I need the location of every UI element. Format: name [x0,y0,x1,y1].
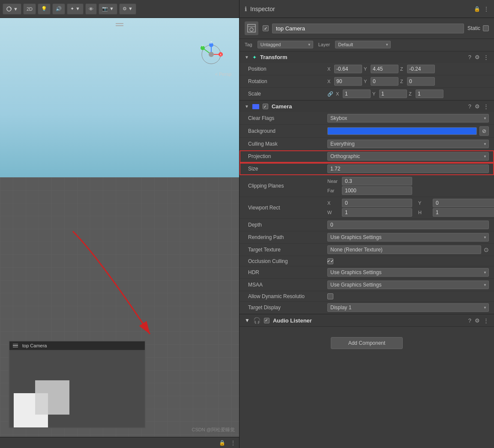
clipping-planes-value: Near Far [327,177,489,195]
msaa-label: MSAA [248,282,327,288]
clear-flags-dropdown[interactable]: Skybox [327,114,489,122]
gizmo-btn[interactable]: ⚙ ▼ [119,3,136,15]
scale-z-input[interactable] [416,90,443,98]
viewport-x-input[interactable] [342,199,412,207]
layer-label: Layer [318,42,330,47]
hdr-dropdown[interactable]: Use Graphics Settings [327,268,489,277]
viewport-w-label: W [327,210,339,215]
transform-settings-icon[interactable]: ⚙ [475,54,480,60]
viewport-y-input[interactable] [433,199,494,207]
lock-icon-scene[interactable]: 🔒 [219,440,225,446]
scene-view[interactable]: Z X Y < Persp [0,18,239,437]
clear-flags-label: Clear Flags [248,115,327,121]
audio-btn[interactable]: 🔊 [52,3,65,15]
camera-title: Camera [272,103,465,110]
menu-icon[interactable]: ⋮ [484,6,489,12]
rotation-y-input[interactable] [371,77,398,86]
camera-btn[interactable]: 📷 ▼ [99,3,117,15]
viewport-x-label: X [327,200,339,206]
transform-header[interactable]: ▼ ✦ Transform ? ⚙ ⋮ [240,51,494,63]
target-display-label: Target Display [248,305,327,311]
static-checkbox[interactable] [483,25,489,31]
viewport-xy-row: X Y [327,199,494,207]
camera-preview-title: top Camera [22,343,47,348]
transform-title: Transform [260,54,465,60]
object-enabled-checkbox[interactable] [263,25,269,31]
viewport-rect-value: X Y W H [327,199,494,217]
rendering-path-row: Rendering Path Use Graphics Settings [240,231,494,244]
position-x-input[interactable] [334,65,362,73]
audio-listener-menu-icon[interactable]: ⋮ [483,317,489,324]
projection-dropdown[interactable]: Orthographic [327,152,489,161]
transform-help-icon[interactable]: ? [468,54,471,60]
rendering-path-dropdown[interactable]: Use Graphics Settings [327,233,489,242]
object-name-input[interactable] [272,24,464,33]
add-component-button[interactable]: Add Component [331,337,403,349]
camera-preview-header: top Camera [9,341,145,350]
scale-xyz: X Y Z [336,90,443,98]
add-component-section: Add Component [240,327,494,359]
viewport-wh-row: W H [327,208,494,217]
culling-mask-label: Culling Mask [248,141,327,147]
position-y-input[interactable] [371,65,398,73]
position-value: X Y Z [327,65,489,73]
layer-dropdown[interactable]: Default [335,41,391,48]
tag-dropdown[interactable]: Untagged [257,41,313,48]
camera-icon [252,104,259,109]
rotation-z-input[interactable] [407,77,435,86]
allow-dynamic-resolution-checkbox[interactable] [327,293,333,299]
scale-lock-icon[interactable]: 🔗 [327,91,333,97]
background-row: Background ⊘ [240,125,494,138]
camera-settings-icon[interactable]: ⚙ [475,103,480,110]
msaa-value: Use Graphics Settings [327,281,489,289]
size-input[interactable] [327,164,489,173]
camera-header[interactable]: ▼ ✓ Camera ? ⚙ ⋮ [240,101,494,112]
hdr-label: HDR [248,269,327,275]
rotate-tool-btn[interactable]: ▼ [3,3,21,15]
scale-y-input[interactable] [379,90,407,98]
viewport-h-input[interactable] [433,208,494,217]
eye-btn[interactable]: 👁 [85,3,97,15]
depth-label: Depth [248,222,327,228]
light-btn[interactable]: 💡 [38,3,51,15]
depth-input[interactable] [327,221,489,229]
rotation-x-input[interactable] [334,77,362,86]
clipping-planes-label: Clipping Planes [248,183,327,189]
clipping-planes-row: Clipping Planes Near Far [240,175,494,197]
background-label: Background [248,128,327,134]
inspector-title: Inspector [250,6,470,12]
audio-listener-header[interactable]: ▼ 🎧 ✓ Audio Listener ? ⚙ ⋮ [240,314,494,326]
msaa-dropdown[interactable]: Use Graphics Settings [327,281,489,289]
background-eyedropper[interactable]: ⊘ [479,126,489,136]
2d-btn[interactable]: 2D [23,3,36,15]
viewport-w-input[interactable] [342,208,412,217]
target-texture-pick-icon[interactable]: ⊙ [484,246,489,253]
menu-icon-scene[interactable]: ⋮ [231,440,236,446]
background-color-swatch[interactable] [327,127,477,135]
pos-y-label: Y [364,66,369,72]
tag-layer-row: Tag Untagged Layer Default [240,39,494,51]
background-value: ⊘ [327,126,489,136]
fx-btn[interactable]: ✦ ▼ [67,3,84,15]
camera-help-icon[interactable]: ? [468,103,471,110]
target-texture-value: None (Render Texture) ⊙ [327,245,489,254]
lock-icon[interactable]: 🔒 [474,6,480,12]
scale-x-input[interactable] [343,90,371,98]
audio-listener-settings-icon[interactable]: ⚙ [475,317,480,324]
clipping-near-input[interactable] [342,177,412,185]
clipping-far-input[interactable] [342,186,412,195]
audio-listener-checkbox[interactable]: ✓ [264,318,269,323]
audio-listener-icon: 🎧 [253,317,260,324]
camera-enabled-checkbox[interactable]: ✓ [263,104,268,109]
inspector-header-icons: 🔒 ⋮ [474,6,489,12]
culling-mask-dropdown[interactable]: Everything [327,140,489,148]
depth-row: Depth [240,219,494,231]
camera-menu-icon[interactable]: ⋮ [483,103,489,110]
transform-menu-icon[interactable]: ⋮ [483,54,489,60]
occlusion-culling-checkbox[interactable]: ✓ [327,258,333,264]
position-z-input[interactable] [407,65,435,73]
camera-component: ▼ ✓ Camera ? ⚙ ⋮ Clear Flags Skybox Bac [240,101,494,314]
scale-y-label: Y [372,91,377,96]
audio-listener-help-icon[interactable]: ? [468,317,471,324]
target-display-dropdown[interactable]: Display 1 [327,303,489,312]
